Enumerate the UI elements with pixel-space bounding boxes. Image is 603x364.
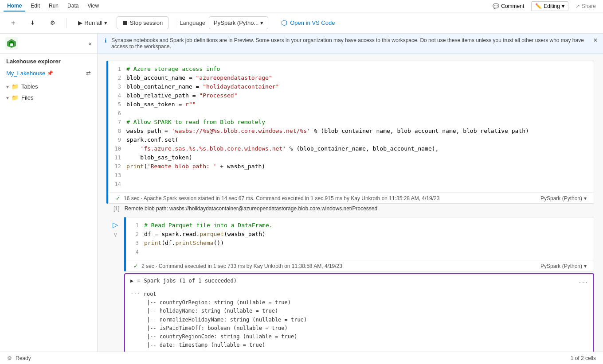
line-code: print(df.printSchema()): [144, 239, 588, 248]
comment-icon: 💬: [493, 3, 499, 9]
line-num: 1: [132, 221, 144, 229]
cell-2-controls: ▷ ∨: [106, 217, 124, 238]
menu-item-edit[interactable]: Edit: [27, 1, 43, 12]
cell-1-output: ✓ 16 sec · Apache Spark session started …: [109, 192, 594, 203]
check-icon: ✓: [116, 195, 120, 201]
line-num: 12: [114, 162, 126, 170]
line-num: 10: [114, 144, 126, 153]
line-num: 4: [132, 248, 144, 256]
chevron-down-icon: ▾: [562, 3, 564, 9]
cell-2-output-box: ▶ ≡ Spark jobs (1 of 1 succeeded) ··· ··…: [124, 273, 594, 352]
open-vscode-button[interactable]: ⬡ Open in VS Code: [275, 15, 341, 30]
cell-2: ▷ ∨ 1 # Read Parquet file into a DataFra…: [106, 217, 594, 352]
menu-item-view[interactable]: View: [84, 1, 102, 12]
editing-button[interactable]: ✏️ Editing ▾: [531, 1, 568, 11]
menu-item-home[interactable]: Home: [4, 1, 25, 12]
menu-item-run[interactable]: Run: [45, 1, 62, 12]
collapse-cell-2-button[interactable]: ∨: [114, 232, 117, 238]
share-label: Share: [582, 3, 596, 9]
code-line-1-10: 10 'fs.azure.sas.%s.%s.blob.core.windows…: [114, 144, 588, 153]
info-icon: ℹ: [105, 38, 107, 44]
code-line-1-14: 14: [114, 180, 588, 189]
svg-rect-1: [10, 43, 13, 46]
notebook-area: ℹ Synapse notebooks and Spark job defini…: [98, 34, 603, 352]
run-all-button[interactable]: ▶ Run all ▾: [72, 16, 113, 29]
language-value: PySpark (Pytho...: [214, 19, 258, 26]
lakehouse-name-text: My_Lakehouse: [6, 70, 45, 77]
line-num: 3: [114, 82, 126, 91]
toolbar-separator-2: [174, 18, 174, 28]
run-cell-2-button[interactable]: ▷: [113, 221, 118, 229]
language-selector[interactable]: PySpark (Pytho... ▾: [209, 16, 268, 29]
cell-1-code[interactable]: 1 # Azure storage access info 2 blob_acc…: [109, 61, 594, 192]
code-line-1-9: 9 spark.conf.set(: [114, 136, 588, 144]
code-line-1-1: 1 # Azure storage access info: [114, 65, 588, 74]
cell-2-lang-tag: PySpark (Python) ▾: [540, 263, 587, 269]
sidebar: « Lakehouse explorer My_Lakehouse 📌 ⇄ ▾ …: [0, 34, 98, 352]
notebook-content: 1 # Azure storage access info 2 blob_acc…: [98, 54, 603, 352]
add-cell-button[interactable]: +: [5, 16, 21, 30]
line-num: 2: [132, 230, 144, 238]
editing-label: Editing: [544, 3, 560, 9]
spark-jobs-header[interactable]: ▶ ≡ Spark jobs (1 of 1 succeeded): [130, 278, 237, 284]
menu-bar: Home Edit Run Data View 💬 Comment ✏️ Edi…: [0, 0, 603, 12]
code-line-2-2: 2 df = spark.read.parquet(wasbs_path): [132, 230, 588, 239]
add-icon: +: [11, 19, 15, 27]
menu-item-data[interactable]: Data: [64, 1, 82, 12]
settings-button[interactable]: ⚙: [44, 16, 61, 29]
close-banner-button[interactable]: ✕: [593, 37, 598, 43]
language-label: Language: [180, 19, 205, 26]
spark-jobs-icon: ≡: [137, 278, 140, 284]
folder-icon-files: 📁: [12, 94, 19, 101]
chevron-down-icon: ▾: [104, 19, 107, 26]
output-menu-button[interactable]: ···: [578, 279, 588, 286]
cell-2-wrapper: ▷ ∨ 1 # Read Parquet file into a DataFra…: [106, 217, 594, 271]
check-icon-2: ✓: [133, 263, 138, 269]
sync-icon[interactable]: ⇄: [86, 70, 91, 77]
sidebar-item-files[interactable]: ▾ 📁 Files: [0, 92, 97, 103]
lang-tag-text-2: PySpark (Python): [540, 263, 582, 269]
code-line-1-12: 12 print('Remote blob path: ' + wasbs_pa…: [114, 162, 588, 171]
cell-2-output: ✓ 2 sec · Command executed in 1 sec 733 …: [126, 260, 594, 271]
stop-session-label: Stop session: [130, 19, 163, 26]
chevron-down-icon-lang1: ▾: [584, 195, 587, 201]
open-vscode-label: Open in VS Code: [290, 19, 335, 26]
cell-1-exec-count: [1]: [114, 205, 119, 212]
pin-icon: 📌: [47, 70, 53, 76]
line-num: 6: [114, 109, 126, 117]
line-num: 1: [114, 65, 126, 73]
line-num: 2: [114, 74, 126, 82]
lakehouse-name[interactable]: My_Lakehouse 📌: [6, 70, 53, 77]
line-num: 3: [132, 239, 144, 247]
code-line-1-7: 7 # Allow SPARK to read from Blob remote…: [114, 118, 588, 127]
cell-1-result-text: Remote blob path: wasbs://holidaydatacon…: [125, 205, 378, 212]
comment-button[interactable]: 💬 Comment: [489, 2, 528, 11]
toolbar-separator-1: [67, 18, 67, 28]
line-code: blob_relative_path = "Processed": [126, 91, 588, 100]
line-code: blob_account_name = "azureopendatastorag…: [126, 74, 588, 82]
save-button[interactable]: ⬇: [24, 16, 41, 29]
share-button[interactable]: ↗ Share: [572, 2, 599, 11]
line-code: # Read Parquet file into a DataFrame.: [144, 221, 588, 230]
chevron-down-icon-lang2: ▾: [584, 263, 587, 269]
code-line-2-4: 4: [132, 248, 588, 256]
cell-1-exec-info: 16 sec · Apache Spark session started in…: [124, 195, 537, 201]
stop-icon: ⏹: [122, 19, 128, 26]
stop-session-button[interactable]: ⏹ Stop session: [117, 16, 168, 29]
lang-tag-text: PySpark (Python): [540, 195, 582, 201]
cell-2-code[interactable]: 1 # Read Parquet file into a DataFrame. …: [126, 217, 594, 260]
sidebar-item-tables[interactable]: ▾ 📁 Tables: [0, 81, 97, 92]
cell-1-inner[interactable]: 1 # Azure storage access info 2 blob_acc…: [108, 61, 594, 204]
code-line-1-2: 2 blob_account_name = "azureopendatastor…: [114, 74, 588, 82]
chevron-down-icon-lang: ▾: [260, 19, 263, 26]
sidebar-lakehouse: My_Lakehouse 📌 ⇄: [0, 67, 97, 79]
line-code: df = spark.read.parquet(wasbs_path): [144, 230, 588, 239]
line-num: 8: [114, 127, 126, 135]
tables-label: Tables: [21, 83, 38, 90]
line-code: # Azure storage access info: [126, 65, 588, 74]
main-content: « Lakehouse explorer My_Lakehouse 📌 ⇄ ▾ …: [0, 34, 603, 352]
cell-info: 1 of 2 cells: [571, 355, 596, 361]
sidebar-collapse-button[interactable]: «: [88, 40, 92, 47]
line-num: 7: [114, 118, 126, 126]
cell-2-inner[interactable]: 1 # Read Parquet file into a DataFrame. …: [126, 217, 594, 271]
